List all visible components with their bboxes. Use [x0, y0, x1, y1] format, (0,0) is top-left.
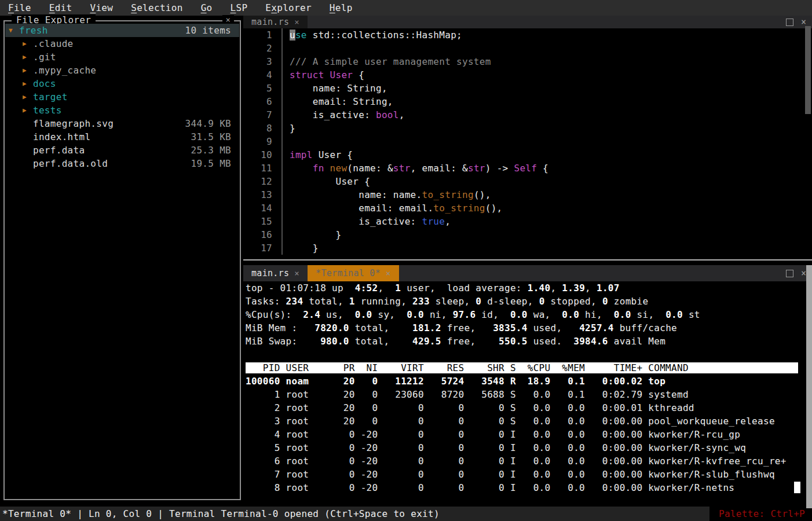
code-text: } — [281, 122, 295, 135]
line-number: 13 — [243, 188, 272, 201]
explorer-item-meta: 31.5 KB — [191, 131, 231, 142]
code-text: is_active: true, — [281, 215, 451, 228]
terminal-content[interactable]: top - 01:07:18 up 4:52, 1 user, load ave… — [246, 281, 798, 494]
explorer-row-tests[interactable]: ▶tests — [5, 104, 239, 117]
code-text — [281, 42, 295, 55]
explorer-item-meta: 10 items — [185, 25, 231, 36]
terminal-pane-close-icon[interactable]: × — [801, 268, 806, 278]
editor-tab-label: main.rs — [251, 17, 289, 27]
explorer-item-meta: 25.3 MB — [191, 145, 231, 156]
menu-item-lsp[interactable]: LSP — [231, 2, 248, 13]
maximize-icon[interactable] — [786, 270, 793, 277]
terminal-cursor — [794, 482, 800, 493]
code-text: } — [281, 228, 341, 241]
file-explorer-panel: File Explorer × ▼fresh10 items▶.claude▶.… — [3, 20, 241, 500]
code-text — [281, 135, 295, 148]
code-line-11: 11 fn new(name: &str, email: &str) -> Se… — [243, 162, 548, 175]
line-number: 10 — [243, 148, 272, 162]
file-explorer-close-icon[interactable]: × — [222, 15, 234, 24]
statusbar-status-text: *Terminal 0* | Ln 0, Col 0 | Terminal Te… — [2, 508, 440, 519]
code-text: /// A simple user management system — [281, 55, 491, 68]
explorer-item-name: index.html — [33, 131, 90, 142]
editor-content[interactable]: 1use std::collections::HashMap;2 3/// A … — [243, 28, 548, 255]
terminal-tabbar: main.rs×*Terminal 0*× × — [243, 265, 812, 281]
explorer-row-index-html[interactable]: index.html31.5 KB — [5, 130, 239, 144]
code-line-16: 16 } — [243, 228, 548, 241]
terminal-tab-label: *Terminal 0* — [316, 268, 381, 278]
menu-item-go[interactable]: Go — [201, 2, 213, 13]
explorer-row--claude[interactable]: ▶.claude — [5, 37, 239, 50]
explorer-item-name: .mypy_cache — [33, 65, 96, 76]
explorer-item-name: perf.data — [33, 145, 85, 156]
code-text: fn new(name: &str, email: &str) -> Self … — [281, 162, 548, 175]
editor-window-buttons: × — [786, 16, 806, 28]
explorer-item-meta: 344.9 KB — [185, 118, 231, 129]
editor-tab-close-icon[interactable]: × — [294, 17, 299, 27]
explorer-item-name: flamegraph.svg — [33, 118, 114, 129]
code-text: email: email.to_string(), — [281, 201, 503, 215]
explorer-item-name: target — [33, 91, 68, 102]
terminal-tab-close-icon[interactable]: × — [294, 269, 299, 278]
explorer-row-fresh[interactable]: ▼fresh10 items — [5, 24, 239, 37]
explorer-item-name: .git — [33, 52, 56, 63]
code-text: is_active: bool, — [281, 108, 405, 122]
chevron-right-icon[interactable]: ▶ — [23, 53, 33, 61]
explorer-item-name: docs — [33, 78, 56, 89]
menu-item-explorer[interactable]: Explorer — [265, 2, 311, 13]
code-line-8: 8} — [243, 122, 548, 135]
process-row-pid-1: 1 root 20 0 23060 8720 5688 S 0.0 0.1 0:… — [246, 388, 798, 401]
statusbar: *Terminal 0* | Ln 0, Col 0 | Terminal Te… — [0, 507, 812, 521]
code-line-12: 12 User { — [243, 175, 548, 188]
terminal-window-buttons: × — [786, 265, 806, 281]
explorer-row--mypy-cache[interactable]: ▶.mypy_cache — [5, 64, 239, 77]
code-line-2: 2 — [243, 42, 548, 55]
line-number: 7 — [243, 108, 272, 122]
terminal-tab-close-icon[interactable]: × — [386, 269, 391, 278]
code-line-1: 1use std::collections::HashMap; — [243, 28, 548, 42]
editor-tab-main-rs[interactable]: main.rs × — [243, 16, 308, 28]
code-line-6: 6 email: String, — [243, 95, 548, 108]
code-text: name: String, — [281, 82, 387, 95]
editor-pane: main.rs × × 1use std::collections::HashM… — [243, 16, 812, 260]
terminal-scrollbar[interactable] — [806, 265, 812, 508]
explorer-row-flamegraph-svg[interactable]: flamegraph.svg344.9 KB — [5, 117, 239, 130]
palette-hint[interactable]: Palette: Ctrl+P — [709, 507, 812, 521]
explorer-row--git[interactable]: ▶.git — [5, 50, 239, 64]
code-line-13: 13 name: name.to_string(), — [243, 188, 548, 201]
code-line-10: 10impl User { — [243, 148, 548, 162]
menu-item-selection[interactable]: Selection — [131, 2, 182, 13]
menu-item-file[interactable]: File — [8, 2, 31, 13]
chevron-down-icon[interactable]: ▼ — [9, 27, 19, 34]
menubar: FileEditViewSelectionGoLSPExplorerHelp — [0, 0, 812, 16]
chevron-right-icon[interactable]: ▶ — [23, 93, 33, 101]
terminal-tab-terminal-0[interactable]: *Terminal 0*× — [308, 265, 399, 281]
code-text: email: String, — [281, 95, 393, 108]
code-text: struct User { — [281, 68, 364, 82]
line-number: 8 — [243, 122, 272, 135]
terminal-tab-label: main.rs — [251, 268, 289, 278]
menu-item-view[interactable]: View — [90, 2, 114, 13]
top-summary-line-2: Tasks: 234 total, 1 running, 233 sleep, … — [246, 295, 798, 308]
explorer-row-perf-data-old[interactable]: perf.data.old19.5 MB — [5, 157, 239, 170]
code-line-3: 3/// A simple user management system — [243, 55, 548, 68]
explorer-item-name: perf.data.old — [33, 158, 108, 169]
explorer-row-perf-data[interactable]: perf.data25.3 MB — [5, 144, 239, 157]
editor-scrollbar-thumb[interactable] — [805, 26, 811, 114]
menu-item-help[interactable]: Help — [330, 2, 353, 13]
terminal-tab-main-rs[interactable]: main.rs× — [243, 265, 308, 281]
line-number: 4 — [243, 68, 272, 82]
line-number: 12 — [243, 175, 272, 188]
menu-item-edit[interactable]: Edit — [49, 2, 72, 13]
explorer-row-target[interactable]: ▶target — [5, 90, 239, 104]
chevron-right-icon[interactable]: ▶ — [23, 67, 33, 74]
chevron-right-icon[interactable]: ▶ — [23, 107, 33, 114]
terminal-blank-line — [246, 348, 798, 361]
maximize-icon[interactable] — [786, 19, 793, 26]
chevron-right-icon[interactable]: ▶ — [23, 40, 33, 47]
code-line-4: 4struct User { — [243, 68, 548, 82]
process-row-pid-7: 7 root 0 -20 0 0 0 I 0.0 0.0 0:00.00 kwo… — [246, 468, 798, 481]
chevron-right-icon[interactable]: ▶ — [23, 80, 33, 87]
code-text: } — [281, 241, 319, 255]
explorer-item-name: .claude — [33, 38, 74, 49]
explorer-row-docs[interactable]: ▶docs — [5, 77, 239, 90]
